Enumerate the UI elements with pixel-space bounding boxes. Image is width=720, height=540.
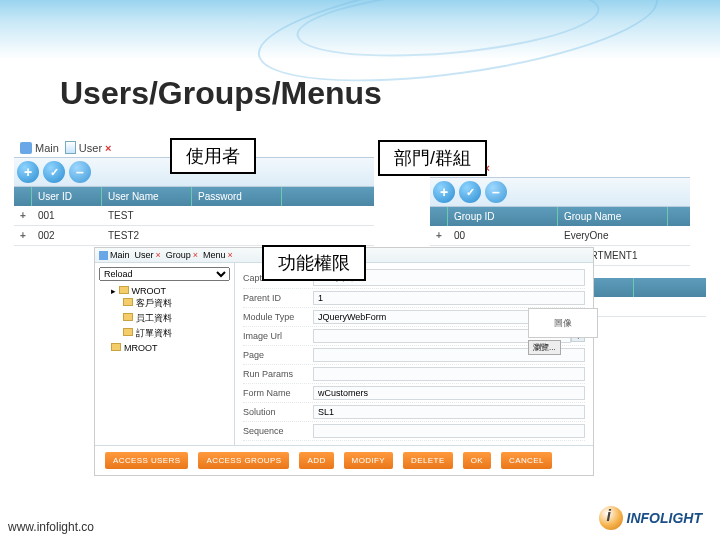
logo-icon — [599, 506, 623, 530]
browse-button[interactable]: 瀏覽... — [528, 340, 561, 355]
imageurl-label: Image Url — [243, 331, 313, 341]
table-row[interactable]: + 002 TEST2 — [14, 226, 374, 246]
tree-node[interactable]: ▸ WROOT 客戶資料 員工資料 訂單資料 — [111, 285, 230, 342]
close-icon[interactable]: × — [193, 250, 198, 260]
access-groups-button[interactable]: ACCESS GROUPS — [198, 452, 289, 469]
tree-node[interactable]: 員工資料 — [123, 311, 230, 326]
footer-url: www.infolight.co — [8, 520, 94, 534]
menu-tree: Reload ▸ WROOT 客戶資料 員工資料 訂單資料 MROOT — [95, 263, 235, 445]
modify-button[interactable]: MODIFY — [344, 452, 394, 469]
folder-icon — [123, 328, 133, 336]
folder-icon — [111, 343, 121, 351]
runparams-label: Run Params — [243, 369, 313, 379]
ok-button[interactable]: OK — [463, 452, 491, 469]
folder-icon — [119, 286, 129, 294]
tab-user[interactable]: User × — [135, 250, 161, 260]
folder-icon — [123, 298, 133, 306]
tab-main[interactable]: Main — [20, 142, 59, 154]
runparams-input[interactable] — [313, 367, 585, 381]
home-icon — [20, 142, 32, 154]
label-groups: 部門/群組 — [378, 140, 487, 176]
sequence-label: Sequence — [243, 426, 313, 436]
formname-label: Form Name — [243, 388, 313, 398]
formname-input[interactable]: wCustomers — [313, 386, 585, 400]
tab-main[interactable]: Main — [99, 250, 130, 260]
solution-label: Solution — [243, 407, 313, 417]
menu-button-bar: ACCESS USERS ACCESS GROUPS ADD MODIFY DE… — [95, 445, 593, 475]
table-row[interactable]: + 00 EveryOne — [430, 226, 690, 246]
page-label: Page — [243, 350, 313, 360]
delete-button[interactable]: DELETE — [403, 452, 453, 469]
parentid-label: Parent ID — [243, 293, 313, 303]
close-icon[interactable]: × — [105, 142, 111, 154]
parentid-input[interactable]: 1 — [313, 291, 585, 305]
table-row[interactable]: + 001 TEST — [14, 206, 374, 226]
add-button[interactable]: ADD — [299, 452, 333, 469]
brand-logo: INFOLIGHT — [599, 506, 702, 530]
menus-panel: Main User × Group × Menu × Reload ▸ WROO… — [94, 247, 594, 476]
page-title: Users/Groups/Menus — [60, 75, 382, 112]
user-icon — [65, 141, 76, 154]
groups-toolbar: + – — [430, 177, 690, 207]
expand-icon[interactable]: + — [14, 206, 32, 225]
tab-menu[interactable]: Menu × — [203, 250, 233, 260]
expand-icon[interactable]: + — [14, 226, 32, 245]
folder-icon — [123, 313, 133, 321]
sequence-input[interactable] — [313, 424, 585, 438]
home-icon — [99, 251, 108, 260]
label-menus: 功能權限 — [262, 245, 366, 281]
remove-button[interactable]: – — [485, 181, 507, 203]
tab-user[interactable]: User × — [65, 141, 112, 154]
access-users-button[interactable]: ACCESS USERS — [105, 452, 188, 469]
moduletype-label: Module Type — [243, 312, 313, 322]
reload-select[interactable]: Reload — [99, 267, 230, 281]
apply-button[interactable] — [459, 181, 481, 203]
add-button[interactable]: + — [17, 161, 39, 183]
remove-button[interactable]: – — [69, 161, 91, 183]
expand-icon[interactable]: + — [430, 226, 448, 245]
groups-grid-header: Group ID Group Name — [430, 207, 690, 226]
logo-text: INFOLIGHT — [627, 510, 702, 526]
image-picker: 圖像 瀏覽... — [528, 308, 598, 355]
tree-node[interactable]: 訂單資料 — [123, 326, 230, 341]
label-users: 使用者 — [170, 138, 256, 174]
add-button[interactable]: + — [433, 181, 455, 203]
apply-button[interactable] — [43, 161, 65, 183]
close-icon[interactable]: × — [228, 250, 233, 260]
cancel-button[interactable]: CANCEL — [501, 452, 552, 469]
users-grid-header: User ID User Name Password — [14, 187, 374, 206]
header-decoration — [0, 0, 720, 70]
tree-node[interactable]: 客戶資料 — [123, 296, 230, 311]
tree-node[interactable]: MROOT — [111, 342, 230, 354]
solution-input[interactable]: SL1 — [313, 405, 585, 419]
tab-group[interactable]: Group × — [166, 250, 198, 260]
image-preview: 圖像 — [528, 308, 598, 338]
close-icon[interactable]: × — [156, 250, 161, 260]
